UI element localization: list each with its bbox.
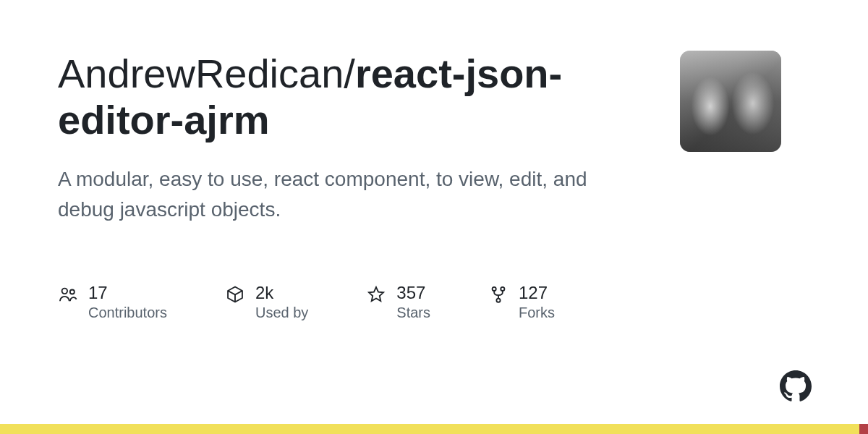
language-segment bbox=[0, 424, 859, 434]
svg-point-2 bbox=[493, 287, 496, 291]
owner-avatar[interactable] bbox=[680, 51, 781, 152]
repo-title: AndrewRedican/react-json-editor-ajrm bbox=[58, 51, 651, 144]
svg-point-0 bbox=[62, 288, 67, 293]
stat-label: Forks bbox=[519, 305, 555, 321]
fork-icon bbox=[488, 284, 509, 305]
stat-label: Stars bbox=[396, 305, 430, 321]
stat-stars[interactable]: 357 Stars bbox=[366, 283, 430, 321]
stat-value: 357 bbox=[396, 283, 430, 303]
stat-label: Contributors bbox=[88, 305, 167, 321]
stat-value: 127 bbox=[519, 283, 555, 303]
people-icon bbox=[58, 284, 78, 305]
language-bar bbox=[0, 424, 868, 434]
star-icon bbox=[366, 284, 386, 305]
repo-description: A modular, easy to use, react component,… bbox=[58, 164, 608, 225]
stat-usedby[interactable]: 2k Used by bbox=[225, 283, 308, 321]
stats-row: 17 Contributors 2k Used by 357 bbox=[58, 283, 651, 321]
svg-point-1 bbox=[70, 289, 75, 294]
stat-value: 2k bbox=[255, 283, 308, 303]
package-icon bbox=[225, 284, 245, 305]
repo-owner[interactable]: AndrewRedican bbox=[58, 51, 344, 96]
stat-value: 17 bbox=[88, 283, 167, 303]
svg-point-3 bbox=[501, 287, 504, 291]
github-logo-icon[interactable] bbox=[780, 370, 812, 402]
svg-point-4 bbox=[496, 298, 500, 302]
title-separator: / bbox=[344, 51, 355, 96]
stat-label: Used by bbox=[255, 305, 308, 321]
stat-contributors[interactable]: 17 Contributors bbox=[58, 283, 167, 321]
stat-forks[interactable]: 127 Forks bbox=[488, 283, 555, 321]
language-segment bbox=[859, 424, 868, 434]
